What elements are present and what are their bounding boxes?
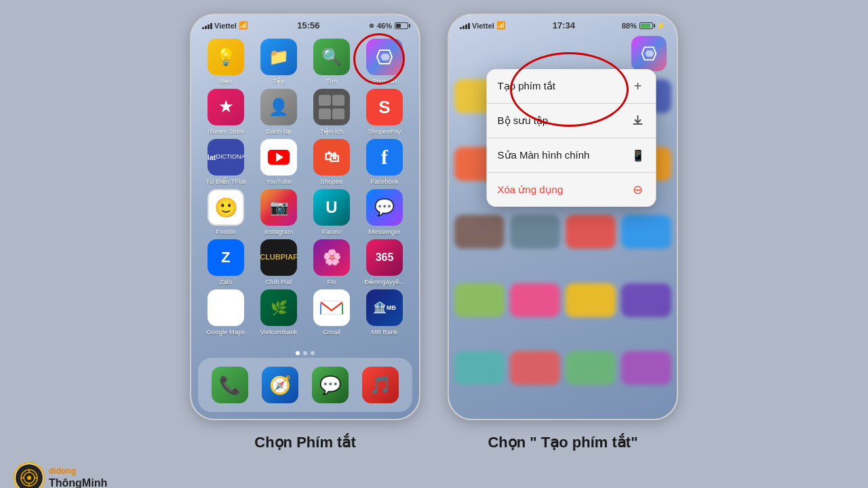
app-icon-tienich: [313, 89, 350, 125]
app-icon-itunes: ★: [208, 89, 244, 125]
app-flo[interactable]: 🌸 Flo: [309, 239, 355, 285]
carrier-left: Viettel: [214, 22, 237, 30]
app-icon-flo: 🌸: [313, 239, 350, 276]
app-row-5: Z Zalo CLUBPIAF Club Piaf 🌸 Flo: [199, 239, 411, 285]
app-label-tflat: Từ Điển TFlat: [206, 178, 246, 185]
svg-marker-4: [645, 50, 654, 56]
app-icon-meo: 💡: [208, 39, 244, 75]
app-icon-vietcombank: 🌿: [260, 289, 297, 326]
app-label-facebook: Facebook: [370, 178, 399, 185]
app-foodie[interactable]: 🙂 Foodie: [203, 189, 249, 235]
app-icon-googlemaps: 🗺: [208, 289, 244, 326]
right-status-bar: Viettel 📶 17:34 88% ⚡: [449, 15, 677, 33]
dock-music[interactable]: 🎵: [360, 367, 401, 403]
app-icon-phimtat: [366, 39, 403, 75]
battery-icon-right: [639, 22, 653, 29]
brand-line1: didong: [49, 466, 107, 476]
right-phone-label: Chọn " Tạo phím tắt": [488, 434, 637, 451]
battery-icon-left: [395, 22, 408, 29]
app-label-shopee: Shopee: [321, 178, 343, 185]
location-icon: ⊕: [369, 22, 374, 29]
dock-messages[interactable]: 💬: [310, 367, 351, 403]
app-label-clubpiaf: Club Piaf: [266, 278, 292, 285]
app-icon-tflat: TFlatDICTIONARY: [208, 139, 244, 176]
dock-icon-phone: 📞: [212, 367, 248, 403]
app-shopeepay[interactable]: S ShopeePay: [361, 89, 408, 135]
app-label-shopeepay: ShopeePay: [368, 127, 401, 135]
brand-line2: ThôngMinh: [49, 476, 107, 488]
left-phone-screen: Viettel 📶 15:56 ⊕ 46%: [191, 15, 419, 419]
dot-2: [303, 351, 307, 355]
svg-rect-2: [321, 301, 342, 314]
app-label-foodie: Foodie: [216, 228, 235, 235]
app-label-tienich: Tiện ích: [320, 127, 343, 135]
time-left: 15:56: [297, 20, 319, 30]
app-demngay[interactable]: 365 Đếmngàyyê...: [361, 239, 408, 285]
right-status-right: 88% ⚡: [622, 21, 666, 30]
app-tim[interactable]: 🔍 Tìm: [309, 39, 355, 85]
right-phone-frame: Viettel 📶 17:34 88% ⚡: [448, 14, 678, 420]
menu-bo-suu-tap[interactable]: Bộ sưu tập: [487, 104, 656, 138]
app-tienich[interactable]: Tiện ích: [309, 89, 355, 135]
app-row-4: 🙂 Foodie 📷 Instagram U FaceU 💬: [199, 189, 411, 235]
app-icon-youtube: [260, 139, 297, 176]
app-icon-danhba: 👤: [260, 89, 297, 125]
charging-icon: ⚡: [656, 21, 666, 30]
menu-label-smh: Sửa Màn hình chính: [498, 149, 590, 161]
app-shopee[interactable]: 🛍 Shopee: [309, 139, 355, 185]
app-meo[interactable]: 💡 Mẹo: [203, 39, 249, 85]
app-itunes[interactable]: ★ iTunes Store: [203, 89, 249, 135]
app-icon-shopeepay: S: [366, 89, 403, 125]
brand-logo: didong ThôngMinh: [14, 462, 107, 488]
app-icon-clubpiaf: CLUBPIAF: [260, 239, 297, 276]
app-row-3: TFlatDICTIONARY Từ Điển TFlat YouTube: [199, 139, 411, 185]
app-phimtat[interactable]: Phím tắt: [361, 39, 408, 85]
dock-icon-music: 🎵: [362, 367, 399, 403]
menu-sua-man-hinh[interactable]: Sửa Màn hình chính 📱: [487, 138, 656, 173]
app-label-messenger: Messenger: [369, 228, 401, 235]
app-shortcuts-right[interactable]: [629, 36, 669, 71]
app-label-youtube: YouTube: [266, 178, 291, 185]
app-icon-shopee: 🛍: [313, 139, 350, 176]
right-top-row: [449, 33, 677, 74]
time-right: 17:34: [553, 20, 575, 30]
app-youtube[interactable]: YouTube: [256, 139, 302, 185]
dock-safari[interactable]: 🧭: [260, 367, 300, 403]
app-faceu[interactable]: U FaceU: [309, 189, 355, 235]
app-messenger[interactable]: 💬 Messenger: [361, 189, 408, 235]
app-gmail[interactable]: Gmail: [309, 289, 355, 336]
app-instagram[interactable]: 📷 Instagram: [256, 189, 302, 235]
app-tep[interactable]: 📁 Tệp: [256, 39, 302, 85]
app-tflat[interactable]: TFlatDICTIONARY Từ Điển TFlat: [203, 139, 249, 185]
menu-tao-phim-tat[interactable]: Tạo phím tắt +: [487, 69, 656, 104]
app-clubpiaf[interactable]: CLUBPIAF Club Piaf: [256, 239, 302, 285]
app-googlemaps[interactable]: 🗺 Google Maps: [203, 289, 249, 336]
dock-phone[interactable]: 📞: [210, 367, 250, 403]
menu-icon-delete: ⊖: [631, 182, 646, 197]
menu-icon-download: [631, 113, 646, 128]
brand-text: didong ThôngMinh: [49, 466, 107, 488]
right-phone-screen: Viettel 📶 17:34 88% ⚡: [449, 15, 677, 419]
app-danhba[interactable]: 👤 Danh bạ: [256, 89, 302, 135]
battery-percent-right: 88%: [622, 22, 637, 30]
app-facebook[interactable]: f Facebook: [361, 139, 408, 185]
app-label-itunes: iTunes Store: [208, 127, 244, 135]
footer: didong ThôngMinh: [0, 458, 868, 488]
menu-xoa-ung-dung[interactable]: Xóa ứng dụng ⊖: [487, 173, 656, 207]
logo-circle: [14, 462, 45, 488]
app-label-flo: Flo: [327, 278, 336, 285]
app-row-2: ★ iTunes Store 👤 Danh bạ: [199, 89, 411, 135]
app-vietcombank[interactable]: 🌿 Vietcombank: [256, 289, 302, 336]
app-zalo[interactable]: Z Zalo: [203, 239, 249, 285]
right-status-left: Viettel 📶: [460, 21, 506, 30]
app-label-gmail: Gmail: [323, 328, 340, 336]
dock-icon-messages: 💬: [312, 367, 349, 403]
app-icon-tim: 🔍: [313, 39, 350, 75]
app-label-demngay: Đếmngàyyê...: [364, 278, 404, 285]
wifi-icon-right: 📶: [496, 21, 506, 30]
dock-icon-safari: 🧭: [262, 367, 298, 403]
left-status-right: ⊕ 46%: [369, 22, 408, 30]
app-label-tep: Tệp: [273, 77, 284, 85]
app-mbbank[interactable]: 🏦 MB MB Bank: [361, 289, 408, 336]
app-icon-foodie: 🙂: [208, 189, 244, 226]
